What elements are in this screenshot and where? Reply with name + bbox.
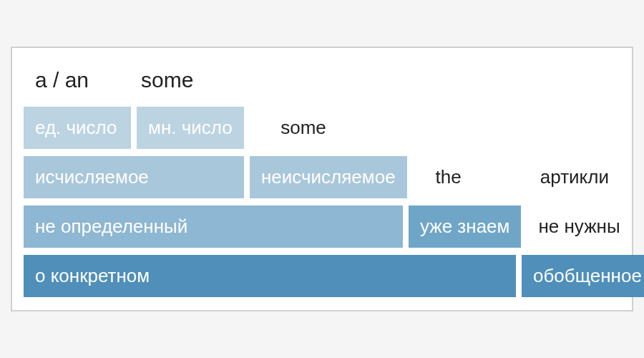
label-the: the xyxy=(413,156,484,198)
row-definiteness: не определенный уже знаем не нужны xyxy=(24,205,620,248)
block-uncountable: неисчисляемое xyxy=(250,156,407,198)
block-about-specific: о конкретном xyxy=(24,255,516,297)
label-a-an: a / an xyxy=(24,61,124,100)
label-some-mid: some xyxy=(250,107,357,149)
block-countable: исчисляемое xyxy=(24,156,244,198)
label-some-top: some xyxy=(130,61,215,100)
block-singular: ед. число xyxy=(24,107,131,149)
articles-diagram: a / an some ед. число мн. число some исч… xyxy=(11,47,633,311)
row-countability: исчисляемое неисчисляемое the артикли xyxy=(24,156,620,198)
block-already-known: уже знаем xyxy=(409,205,521,248)
block-indefinite: не определенный xyxy=(24,205,403,248)
row-specificity: о конкретном обобщенное xyxy=(24,255,620,297)
label-not-needed: не нужны xyxy=(527,205,631,248)
block-generalized: обобщенное xyxy=(522,255,644,297)
block-plural: мн. число xyxy=(137,107,244,149)
row-number: ед. число мн. число some xyxy=(24,107,620,149)
row-top-labels: a / an some xyxy=(24,61,620,100)
label-articles: артикли xyxy=(520,156,620,198)
